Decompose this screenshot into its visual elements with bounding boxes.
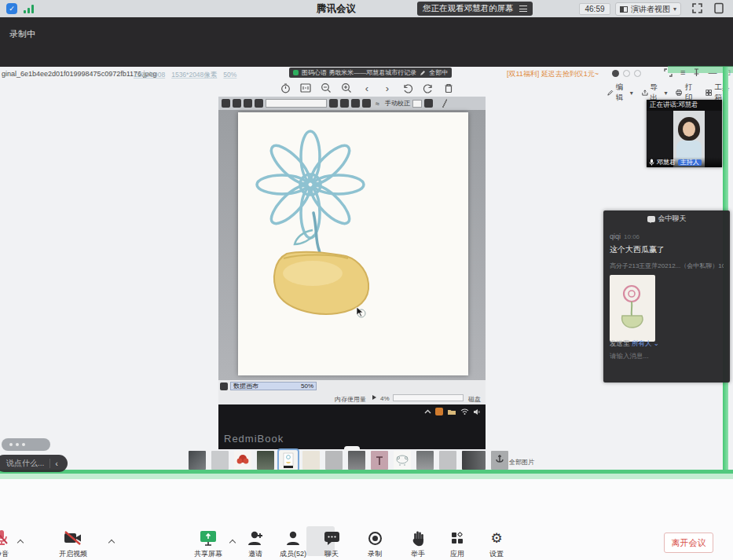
- filmstrip-thumb[interactable]: [394, 451, 411, 470]
- filmstrip-thumb-selected[interactable]: [280, 451, 297, 470]
- status-chip-icon[interactable]: [220, 382, 228, 390]
- next-image-icon[interactable]: ›: [381, 82, 394, 94]
- tool-button[interactable]: [362, 99, 371, 108]
- reaction-pill[interactable]: [2, 438, 50, 451]
- timer-icon[interactable]: [279, 82, 291, 94]
- shared-photo-drawing: [238, 112, 468, 375]
- raise-hand-icon: [412, 530, 425, 547]
- edit-button[interactable]: 编辑▾: [607, 82, 633, 103]
- layout-icon: [620, 6, 628, 13]
- filmstrip-thumb[interactable]: [257, 451, 274, 470]
- start-video-button[interactable]: 开启视频: [48, 529, 98, 559]
- expand-icon[interactable]: [664, 68, 673, 77]
- filmstrip-thumb[interactable]: [302, 451, 320, 470]
- view-mode-button[interactable]: 演讲者视图 ▾: [615, 2, 681, 16]
- meeting-topic-suffix: 全部中: [429, 68, 448, 77]
- chat-time: 10:07: [718, 262, 724, 269]
- device-layout-icon[interactable]: [713, 2, 724, 14]
- slash-tool-icon[interactable]: [439, 99, 450, 108]
- chat-text: 这个大西瓜赢了: [610, 244, 724, 255]
- chat-image-attachment[interactable]: [610, 275, 655, 342]
- approx-icon: ≈: [376, 100, 379, 108]
- speaker-nameplate: 邓慧君 主持人: [647, 157, 722, 167]
- quick-chat-pill[interactable]: 说点什么... ‹: [0, 455, 68, 472]
- chat-input[interactable]: 请输入消息...: [610, 352, 649, 361]
- chat-bubble-icon: [647, 216, 655, 222]
- chat-sender: qiqi: [610, 232, 621, 240]
- zoom-out-icon[interactable]: [320, 82, 332, 94]
- all-photos-label[interactable]: 全部图片: [509, 458, 534, 467]
- canvas-zoom-value: 50%: [301, 382, 313, 390]
- quick-chat-placeholder[interactable]: 说点什么...: [6, 458, 44, 469]
- chat-message: 高分子213王亚萍20212...（会中私聊）10:07: [610, 262, 724, 270]
- viewer-status-bar: 数据画布 50%: [218, 380, 486, 392]
- previous-image-icon[interactable]: ‹: [361, 82, 373, 94]
- promo-banner[interactable]: [双11福利] 延迟去抢到仅1元~: [507, 69, 599, 79]
- filmstrip-thumb[interactable]: [211, 451, 229, 470]
- members-icon: [286, 530, 300, 546]
- folder-icon[interactable]: [447, 408, 456, 415]
- filmstrip-thumb[interactable]: [462, 451, 486, 470]
- delete-image-icon[interactable]: [442, 82, 455, 94]
- tool-button[interactable]: [233, 99, 241, 108]
- filmstrip-thumb[interactable]: [416, 451, 434, 470]
- desktop-taskbar-strip: RedmiBook: [218, 404, 486, 449]
- minimize-icon[interactable]: —: [708, 68, 717, 77]
- tray-expand-icon[interactable]: [424, 409, 431, 415]
- pin-icon[interactable]: [693, 68, 700, 77]
- filmstrip-thumb[interactable]: [348, 451, 365, 470]
- speaker-icon[interactable]: [473, 408, 481, 415]
- filmstrip-thumb[interactable]: [491, 451, 508, 470]
- ring-icon[interactable]: [623, 70, 630, 77]
- record-icon: [368, 532, 382, 545]
- send-to-value[interactable]: 所有人: [632, 339, 652, 347]
- tool-input[interactable]: [266, 99, 327, 108]
- zoom-in-icon[interactable]: [340, 82, 353, 94]
- image-resolution: 1536*2048像素: [171, 71, 217, 80]
- rotate-right-icon[interactable]: [422, 82, 434, 94]
- settings-button[interactable]: ⚙ 设置: [471, 529, 522, 559]
- pen-icon: [420, 70, 426, 76]
- speaker-video-tile[interactable]: 正在讲话:邓慧君 邓慧君 主持人: [647, 100, 722, 167]
- image-meta: 1283/1908 1536*2048像素 50%: [134, 71, 236, 80]
- tool-button[interactable]: [340, 99, 349, 108]
- one-to-one-icon[interactable]: [299, 82, 312, 94]
- send-to-row[interactable]: 发送至 所有人 ⌄: [610, 339, 659, 349]
- chat-panel: 会中聊天 qiqi10:06 这个大西瓜赢了 高分子213王亚萍20212...…: [603, 210, 730, 382]
- chat-time: 10:06: [624, 233, 640, 240]
- fullscreen-icon[interactable]: [691, 2, 703, 14]
- tencent-meeting-window: ✓ 腾讯会议 您正在观看邓慧君的屏幕 46:59 演讲者视图 ▾ 录制中 gin…: [0, 0, 733, 560]
- tool-button[interactable]: [222, 99, 230, 108]
- correction-dropdown-button[interactable]: [424, 99, 433, 108]
- banner-menu-icon[interactable]: [519, 5, 527, 12]
- tool-button[interactable]: [244, 99, 252, 108]
- collapse-chat-icon[interactable]: ‹: [55, 459, 58, 468]
- canvas-name-field[interactable]: 数据画布 50%: [230, 382, 317, 390]
- wifi-icon[interactable]: [460, 408, 469, 415]
- share-screen-icon: [200, 530, 217, 547]
- rotate-left-icon[interactable]: [401, 82, 414, 94]
- dark-dot-icon[interactable]: [612, 70, 619, 77]
- correction-value-box[interactable]: [412, 100, 422, 108]
- photo-canvas-area[interactable]: [218, 110, 486, 380]
- share-screen-button[interactable]: 共享屏幕: [183, 529, 233, 559]
- tray-app-icon[interactable]: [435, 408, 443, 415]
- filmstrip-thumb[interactable]: [189, 451, 206, 470]
- memory-usage-bar: [393, 394, 464, 401]
- leave-meeting-button[interactable]: 离开会议: [664, 533, 713, 553]
- video-options-chevron[interactable]: [108, 539, 115, 545]
- gear-icon: ⚙: [490, 532, 502, 545]
- watching-screen-banner[interactable]: 您正在观看邓慧君的屏幕: [417, 2, 533, 16]
- filmstrip-thumb[interactable]: [371, 451, 388, 470]
- mic-active-icon: [649, 159, 654, 166]
- ring-icon[interactable]: [634, 70, 641, 77]
- mic-options-chevron[interactable]: [17, 539, 24, 545]
- filmstrip-thumb[interactable]: [439, 451, 456, 470]
- filmstrip-thumb[interactable]: [325, 451, 343, 470]
- list-menu-icon[interactable]: ≡: [680, 68, 685, 77]
- tool-button[interactable]: [329, 99, 338, 108]
- photo-filmstrip: 全部图片: [0, 451, 733, 470]
- filmstrip-thumb[interactable]: [234, 451, 251, 470]
- tool-button[interactable]: [351, 99, 360, 108]
- tool-button[interactable]: [255, 99, 263, 108]
